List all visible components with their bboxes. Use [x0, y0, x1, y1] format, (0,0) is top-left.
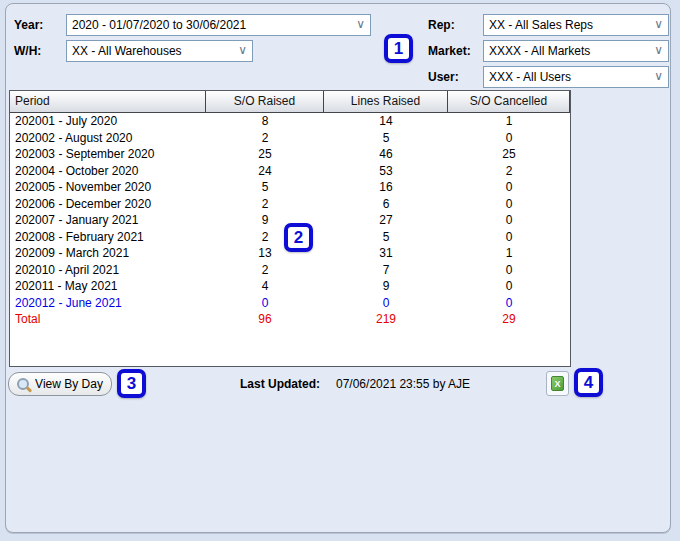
warehouse-select-value: XX - All Warehouses: [72, 44, 182, 58]
value-cell: 2: [206, 130, 324, 147]
warehouse-label: W/H:: [14, 40, 41, 62]
value-cell: 219: [324, 311, 448, 328]
view-by-day-button[interactable]: View By Day: [8, 372, 112, 396]
chevron-down-icon: ∨: [654, 41, 663, 61]
value-cell: 96: [206, 311, 324, 328]
value-cell: 0: [448, 179, 570, 196]
value-cell: 2: [448, 163, 570, 180]
year-select[interactable]: 2020 - 01/07/2020 to 30/06/2021 ∨: [66, 14, 371, 36]
value-cell: 14: [324, 113, 448, 130]
table-row[interactable]: 202004 - October 202024532: [10, 163, 570, 180]
table-row[interactable]: Total9621929: [10, 311, 570, 328]
sales-order-stats-window: { "filters": { "year": {"label": "Year:"…: [0, 0, 680, 541]
value-cell: 27: [324, 212, 448, 229]
view-by-day-label: View By Day: [35, 377, 103, 391]
period-cell: 202003 - September 2020: [10, 146, 206, 163]
period-cell: 202010 - April 2021: [10, 262, 206, 279]
chevron-down-icon: ∨: [654, 67, 663, 87]
market-select-value: XXXX - All Markets: [489, 44, 590, 58]
table-header-row: Period S/O Raised Lines Raised S/O Cance…: [10, 91, 570, 113]
last-updated-label: Last Updated:: [240, 376, 320, 392]
period-cell: 202008 - February 2021: [10, 229, 206, 246]
market-select[interactable]: XXXX - All Markets ∨: [483, 40, 669, 62]
annotation-mark-3: 3: [117, 369, 146, 398]
user-select-value: XXX - All Users: [489, 70, 571, 84]
period-cell: 202012 - June 2021: [10, 295, 206, 312]
value-cell: 0: [448, 196, 570, 213]
period-cell: 202011 - May 2021: [10, 278, 206, 295]
column-header-so-raised[interactable]: S/O Raised: [206, 91, 324, 112]
user-label: User:: [428, 66, 459, 88]
value-cell: 5: [206, 179, 324, 196]
year-label: Year:: [14, 14, 43, 36]
period-cell: 202001 - July 2020: [10, 113, 206, 130]
warehouse-select[interactable]: XX - All Warehouses ∨: [66, 40, 253, 62]
period-cell: 202006 - December 2020: [10, 196, 206, 213]
search-icon: [17, 378, 29, 390]
value-cell: 29: [448, 311, 570, 328]
column-header-lines-raised[interactable]: Lines Raised: [324, 91, 448, 112]
table-body: 202001 - July 20208141202002 - August 20…: [10, 113, 570, 328]
excel-export-button[interactable]: X: [546, 371, 569, 396]
table-row[interactable]: 202006 - December 2020260: [10, 196, 570, 213]
chevron-down-icon: ∨: [654, 15, 663, 35]
year-select-value: 2020 - 01/07/2020 to 30/06/2021: [72, 18, 246, 32]
value-cell: 0: [448, 278, 570, 295]
value-cell: 5: [324, 229, 448, 246]
rep-select-value: XX - All Sales Reps: [489, 18, 593, 32]
value-cell: 7: [324, 262, 448, 279]
value-cell: 0: [206, 295, 324, 312]
value-cell: 25: [206, 146, 324, 163]
value-cell: 31: [324, 245, 448, 262]
value-cell: 0: [448, 262, 570, 279]
value-cell: 8: [206, 113, 324, 130]
value-cell: 5: [324, 130, 448, 147]
value-cell: 0: [324, 295, 448, 312]
user-select[interactable]: XXX - All Users ∨: [483, 66, 669, 88]
value-cell: 0: [448, 229, 570, 246]
last-updated: Last Updated: 07/06/2021 23:55 by AJE: [240, 376, 470, 392]
table-row[interactable]: 202001 - July 20208141: [10, 113, 570, 130]
period-cell: 202004 - October 2020: [10, 163, 206, 180]
table-row[interactable]: 202011 - May 2021490: [10, 278, 570, 295]
value-cell: 0: [448, 130, 570, 147]
value-cell: 9: [324, 278, 448, 295]
table-row[interactable]: 202012 - June 2021000: [10, 295, 570, 312]
value-cell: 0: [448, 295, 570, 312]
table-row[interactable]: 202010 - April 2021270: [10, 262, 570, 279]
excel-icon: X: [551, 376, 564, 391]
table-row[interactable]: 202005 - November 20205160: [10, 179, 570, 196]
market-label: Market:: [428, 40, 471, 62]
value-cell: 53: [324, 163, 448, 180]
period-cell: Total: [10, 311, 206, 328]
chevron-down-icon: ∨: [238, 41, 247, 61]
value-cell: 1: [448, 245, 570, 262]
period-cell: 202009 - March 2021: [10, 245, 206, 262]
table-row[interactable]: 202003 - September 2020254625: [10, 146, 570, 163]
value-cell: 2: [206, 262, 324, 279]
period-cell: 202007 - January 2021: [10, 212, 206, 229]
rep-label: Rep:: [428, 14, 455, 36]
period-cell: 202005 - November 2020: [10, 179, 206, 196]
column-header-so-cancelled[interactable]: S/O Cancelled: [448, 91, 570, 112]
value-cell: 25: [448, 146, 570, 163]
column-header-period[interactable]: Period: [10, 91, 206, 112]
value-cell: 24: [206, 163, 324, 180]
rep-select[interactable]: XX - All Sales Reps ∨: [483, 14, 669, 36]
period-cell: 202002 - August 2020: [10, 130, 206, 147]
value-cell: 46: [324, 146, 448, 163]
value-cell: 2: [206, 196, 324, 213]
value-cell: 0: [448, 212, 570, 229]
value-cell: 1: [448, 113, 570, 130]
annotation-mark-4: 4: [574, 368, 603, 397]
value-cell: 6: [324, 196, 448, 213]
annotation-mark-2: 2: [284, 223, 313, 252]
value-cell: 4: [206, 278, 324, 295]
last-updated-value: 07/06/2021 23:55 by AJE: [336, 376, 470, 392]
annotation-mark-1: 1: [384, 34, 413, 63]
value-cell: 16: [324, 179, 448, 196]
table-row[interactable]: 202002 - August 2020250: [10, 130, 570, 147]
chevron-down-icon: ∨: [356, 15, 365, 35]
